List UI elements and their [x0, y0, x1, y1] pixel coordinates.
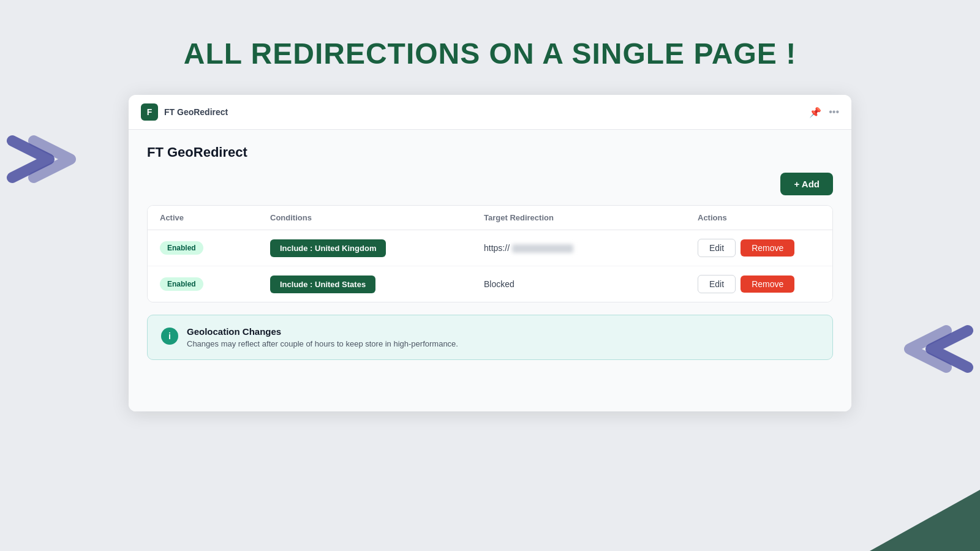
title-bar-left: F FT GeoRedirect [141, 103, 228, 121]
info-box: i Geolocation Changes Changes may reflec… [147, 315, 833, 360]
chevron-right-decoration [882, 318, 980, 380]
page-heading: ALL REDIRECTIONS ON A SINGLE PAGE ! [0, 0, 980, 95]
active-cell-1: Enabled [160, 241, 270, 255]
table-header: Active Conditions Target Redirection Act… [148, 206, 832, 230]
target-cell-2: Blocked [484, 279, 698, 289]
app-icon: F [141, 103, 158, 121]
actions-cell-1: Edit Remove [698, 239, 820, 257]
title-bar-app-name: FT GeoRedirect [164, 107, 228, 117]
url-blurred-1 [512, 244, 573, 253]
active-cell-2: Enabled [160, 277, 270, 291]
status-badge-1: Enabled [160, 241, 203, 255]
bottom-right-decoration [870, 453, 980, 551]
table-row: Enabled Include : United States Blocked … [148, 266, 832, 302]
remove-button-1[interactable]: Remove [741, 239, 794, 257]
actions-cell-2: Edit Remove [698, 275, 820, 293]
condition-badge-2: Include : United States [270, 276, 375, 293]
toolbar: + Add [147, 173, 833, 195]
app-content: FT GeoRedirect + Add Active Conditions T… [129, 130, 851, 411]
condition-cell-2: Include : United States [270, 276, 484, 293]
condition-cell-1: Include : United Kingdom [270, 239, 484, 257]
edit-button-2[interactable]: Edit [698, 275, 736, 293]
table-row: Enabled Include : United Kingdom https:/… [148, 230, 832, 266]
app-window: F FT GeoRedirect 📌 ••• FT GeoRedirect + … [129, 95, 851, 411]
page-title: FT GeoRedirect [147, 144, 833, 160]
redirections-table: Active Conditions Target Redirection Act… [147, 205, 833, 302]
info-description: Changes may reflect after couple of hour… [187, 339, 458, 348]
column-conditions: Conditions [270, 213, 484, 222]
column-actions: Actions [698, 213, 820, 222]
chevron-left-decoration [0, 129, 86, 184]
column-active: Active [160, 213, 270, 222]
target-cell-1: https:// [484, 243, 698, 253]
pin-icon[interactable]: 📌 [809, 107, 821, 118]
edit-button-1[interactable]: Edit [698, 239, 736, 257]
title-bar: F FT GeoRedirect 📌 ••• [129, 95, 851, 130]
title-bar-actions: 📌 ••• [809, 107, 839, 118]
status-badge-2: Enabled [160, 277, 203, 291]
condition-badge-1: Include : United Kingdom [270, 239, 386, 257]
add-button[interactable]: + Add [780, 173, 833, 195]
info-title: Geolocation Changes [187, 326, 458, 337]
more-options-icon[interactable]: ••• [829, 107, 839, 118]
info-content: Geolocation Changes Changes may reflect … [187, 326, 458, 348]
target-value-2: Blocked [484, 279, 514, 289]
column-target: Target Redirection [484, 213, 698, 222]
info-icon: i [161, 328, 178, 345]
remove-button-2[interactable]: Remove [741, 276, 794, 293]
